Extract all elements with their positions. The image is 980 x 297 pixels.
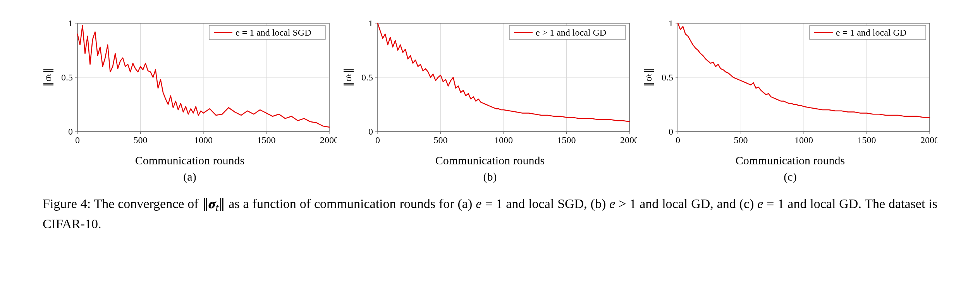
svg-text:0.5: 0.5 [61,72,73,82]
xlabel-b: Communication rounds [343,154,637,167]
svg-text:e = 1 and local SGD: e = 1 and local SGD [236,27,311,38]
svg-text:‖σₜ‖: ‖σₜ‖ [343,68,354,87]
chart-c: 050010001500200000.51‖σₜ‖e = 1 and local… [643,15,937,155]
svg-text:e = 1 and local GD: e = 1 and local GD [836,27,906,38]
svg-text:2000: 2000 [320,135,337,145]
svg-text:2000: 2000 [920,135,937,145]
panel-label-b: (b) [343,170,637,183]
svg-text:‖σₜ‖: ‖σₜ‖ [43,68,53,87]
panel-c: 050010001500200000.51‖σₜ‖e = 1 and local… [643,15,937,183]
xlabel-c: Communication rounds [643,154,937,167]
svg-text:1500: 1500 [257,135,276,145]
svg-text:1500: 1500 [557,135,576,145]
figure-number: Figure 4: [43,196,91,211]
chart-a: 050010001500200000.51‖σₜ‖e = 1 and local… [43,15,337,155]
svg-text:1: 1 [669,18,673,28]
svg-text:500: 500 [134,135,148,145]
svg-text:0: 0 [375,135,380,145]
svg-text:500: 500 [734,135,748,145]
xlabel-a: Communication rounds [43,154,337,167]
svg-text:500: 500 [434,135,448,145]
svg-text:e > 1 and local GD: e > 1 and local GD [536,27,606,38]
chart-b: 050010001500200000.51‖σₜ‖e > 1 and local… [343,15,637,155]
svg-text:1000: 1000 [194,135,213,145]
svg-text:0.5: 0.5 [662,72,673,82]
panel-row: 050010001500200000.51‖σₜ‖e = 1 and local… [43,15,937,183]
svg-text:0: 0 [676,135,680,145]
svg-text:‖σₜ‖: ‖σₜ‖ [643,68,654,87]
panel-b: 050010001500200000.51‖σₜ‖e > 1 and local… [343,15,637,183]
svg-text:2000: 2000 [620,135,637,145]
svg-text:0: 0 [75,135,80,145]
svg-text:0.5: 0.5 [361,72,373,82]
svg-text:1000: 1000 [494,135,513,145]
panel-label-c: (c) [643,170,937,183]
svg-text:1500: 1500 [858,135,876,145]
svg-text:0: 0 [669,126,673,137]
figure: 050010001500200000.51‖σₜ‖e = 1 and local… [0,0,980,248]
svg-text:1000: 1000 [794,135,813,145]
svg-text:1: 1 [368,18,373,28]
panel-a: 050010001500200000.51‖σₜ‖e = 1 and local… [43,15,337,183]
figure-caption: Figure 4: The convergence of ‖𝝈t‖ as a f… [43,195,937,233]
svg-text:1: 1 [68,18,73,28]
svg-text:0: 0 [68,126,73,137]
svg-text:0: 0 [368,126,373,137]
panel-label-a: (a) [43,170,337,183]
